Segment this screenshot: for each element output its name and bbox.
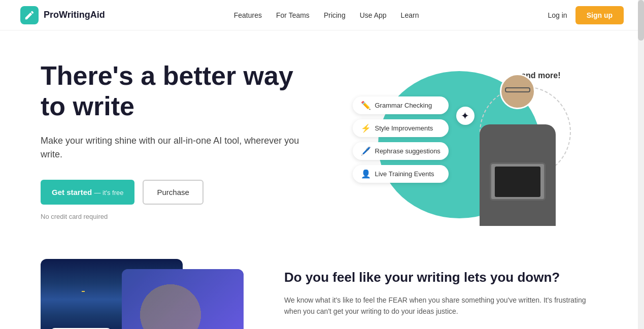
navbar: ProWritingAid Features For Teams Pricing… bbox=[0, 0, 644, 30]
get-started-button[interactable]: Get started — it's free bbox=[41, 180, 134, 205]
page-wrapper: ProWritingAid Features For Teams Pricing… bbox=[0, 0, 644, 329]
nav-pricing[interactable]: Pricing bbox=[324, 11, 346, 19]
training-label: Live Training Events bbox=[375, 170, 434, 178]
hero-right: ...and more! ✏️ Grammar Checking ⚡ Style… bbox=[325, 61, 603, 239]
brand-area: ProWritingAid bbox=[20, 6, 105, 24]
pill-grammar: ✏️ Grammar Checking bbox=[353, 96, 449, 114]
logo-svg bbox=[24, 10, 35, 21]
scrollbar-track[interactable] bbox=[638, 0, 644, 329]
nav-for-teams[interactable]: For Teams bbox=[276, 11, 310, 19]
pill-style: ⚡ Style Improvements bbox=[353, 119, 449, 137]
nav-features[interactable]: Features bbox=[234, 11, 262, 19]
nav-actions: Log in Sign up bbox=[548, 6, 624, 24]
grammar-icon: ✏️ bbox=[361, 101, 371, 110]
hero-section: There's a better way to write Make your … bbox=[0, 30, 644, 259]
free-tag: — it's free bbox=[94, 189, 123, 196]
lower-image-area: My idea in my head bbox=[41, 259, 254, 329]
nav-links: Features For Teams Pricing Use App Learn bbox=[234, 11, 419, 19]
no-card-text: No credit card required bbox=[41, 213, 304, 220]
nav-learn[interactable]: Learn bbox=[401, 11, 419, 19]
person-image bbox=[464, 69, 571, 226]
login-link[interactable]: Log in bbox=[548, 11, 567, 19]
hero-title: There's a better way to write bbox=[41, 61, 304, 122]
pill-rephrase: 🖊️ Rephrase suggestions bbox=[353, 142, 449, 160]
person-laptop bbox=[490, 162, 546, 201]
style-label: Style Improvements bbox=[375, 124, 433, 132]
second-inner bbox=[122, 269, 244, 329]
hero-buttons: Get started — it's free Purchase bbox=[41, 180, 304, 205]
rephrase-icon: 🖊️ bbox=[361, 146, 371, 156]
nav-use-app[interactable]: Use App bbox=[360, 11, 387, 19]
feature-pills: ✏️ Grammar Checking ⚡ Style Improvements… bbox=[353, 96, 449, 183]
hero-left: There's a better way to write Make your … bbox=[41, 61, 304, 220]
second-card bbox=[122, 269, 244, 329]
laptop-screen bbox=[495, 167, 540, 197]
lower-section: My idea in my head Do you feel like your… bbox=[0, 259, 644, 329]
style-icon: ⚡ bbox=[361, 123, 371, 133]
brand-name: ProWritingAid bbox=[44, 10, 105, 20]
purchase-button[interactable]: Purchase bbox=[143, 180, 203, 205]
get-started-label: Get started bbox=[52, 188, 92, 196]
hero-subtitle: Make your writing shine with our all-in-… bbox=[41, 134, 304, 161]
lower-right: Do you feel like your writing lets you d… bbox=[284, 259, 603, 317]
signup-button[interactable]: Sign up bbox=[575, 6, 624, 24]
logo-icon bbox=[20, 6, 39, 24]
lower-title: Do you feel like your writing lets you d… bbox=[284, 269, 603, 286]
lower-desc: We know what it's like to feel the FEAR … bbox=[284, 294, 603, 317]
scrollbar-thumb[interactable] bbox=[638, 0, 644, 41]
star-badge: ✦ bbox=[456, 107, 474, 125]
rephrase-label: Rephrase suggestions bbox=[375, 147, 440, 155]
person-glasses bbox=[505, 87, 530, 92]
hero-illustration: ...and more! ✏️ Grammar Checking ⚡ Style… bbox=[353, 66, 576, 239]
pill-training: 👤 Live Training Events bbox=[353, 165, 449, 183]
grammar-label: Grammar Checking bbox=[375, 102, 432, 109]
training-icon: 👤 bbox=[361, 169, 371, 179]
